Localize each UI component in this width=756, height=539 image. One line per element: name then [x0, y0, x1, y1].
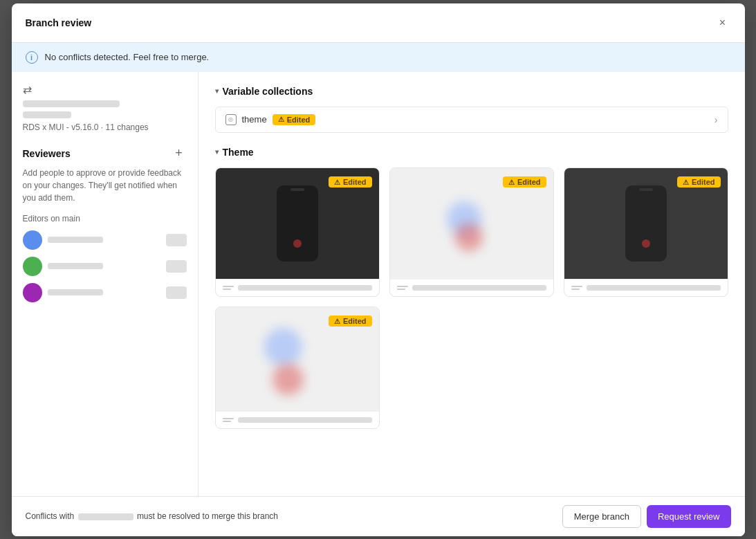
request-review-button[interactable]: Request review: [647, 505, 731, 528]
branch-name-blur: [23, 100, 120, 107]
collection-icon: ◎: [225, 114, 237, 125]
variable-collection-row[interactable]: ◎ theme ⚠ Edited ›: [215, 107, 728, 133]
card-footer: [390, 279, 553, 296]
lines-icon: [397, 286, 408, 290]
warning-icon: ⚠: [334, 318, 340, 325]
phone-mockup-icon: [277, 185, 318, 262]
branch-meta: RDS x MUI - v5.16.0 · 11 changes: [23, 122, 187, 132]
reviewers-header: Reviewers +: [23, 146, 187, 161]
edited-badge-container: ⚠ Edited: [503, 175, 546, 188]
conflicts-suffix: must be resolved to merge this branch: [137, 511, 278, 521]
add-reviewer-button[interactable]: +: [172, 146, 187, 161]
reviewer-name-blur: [48, 289, 103, 295]
avatar: [23, 257, 42, 276]
info-icon: i: [26, 51, 38, 64]
edited-badge: ⚠ Edited: [329, 316, 372, 327]
theme-bottom-row: ⚠ Edited: [215, 307, 728, 429]
card-label-blur: [238, 417, 372, 423]
branch-review-modal: Branch review × i No conflicts detected.…: [12, 3, 745, 536]
theme-title: Theme: [223, 147, 254, 158]
card-image-dark: ⚠ Edited: [216, 168, 379, 279]
branch-arrows-icon: ⇄: [23, 83, 187, 96]
modal-footer: Conflicts with must be resolved to merge…: [12, 496, 745, 536]
no-conflicts-banner: i No conflicts detected. Feel free to me…: [12, 43, 745, 72]
card-label-blur: [412, 285, 546, 291]
theme-cards-grid: ⚠ Edited: [215, 167, 728, 297]
chevron-down-icon: ▾: [215, 148, 219, 156]
reviewers-section: Reviewers + Add people to approve or pro…: [23, 146, 187, 302]
modal-overlay: Branch review × i No conflicts detected.…: [0, 0, 756, 539]
reviewers-description: Add people to approve or provide feedbac…: [23, 167, 187, 204]
main-content: ▾ Variable collections ◎ theme ⚠ Edited …: [199, 72, 745, 496]
variable-collections-title: Variable collections: [223, 86, 313, 97]
reviewer-row: [23, 283, 187, 302]
blob-red: [273, 364, 304, 395]
reviewer-badge-blur: [166, 286, 187, 299]
reviewer-row: [23, 257, 187, 276]
theme-section: ▾ Theme: [215, 147, 728, 429]
edited-badge: ⚠ Edited: [329, 176, 372, 188]
edited-label: Edited: [343, 317, 367, 325]
conflicts-text: Conflicts with must be resolved to merge…: [26, 511, 278, 521]
edited-label: Edited: [692, 178, 715, 186]
reviewer-row: [23, 230, 187, 250]
card-label-blur: [238, 285, 372, 291]
reviewer-badge-blur: [166, 234, 187, 246]
conflict-name-blur: [78, 513, 133, 520]
lines-icon: [571, 286, 582, 290]
phone-red-dot: [642, 239, 650, 248]
theme-card[interactable]: ⚠ Edited: [215, 307, 380, 429]
reviewers-title: Reviewers: [23, 148, 71, 159]
lines-icon: [223, 286, 234, 290]
collection-name: theme: [242, 114, 267, 125]
branch-subname-blur: [23, 111, 71, 118]
edited-badge-container: ⚠ Edited: [329, 314, 372, 327]
theme-card[interactable]: ⚠ Edited: [215, 167, 380, 297]
no-conflicts-text: No conflicts detected. Feel free to merg…: [45, 52, 210, 62]
card-footer: [216, 411, 379, 428]
card-footer: [216, 279, 379, 296]
reviewer-name-blur: [48, 263, 103, 269]
merge-branch-button[interactable]: Merge branch: [562, 505, 641, 528]
card-image-light: ⚠ Edited: [390, 168, 553, 279]
modal-header: Branch review ×: [12, 3, 745, 43]
blob-red: [455, 223, 483, 251]
avatar: [23, 230, 42, 250]
edited-badge: ⚠ Edited: [677, 176, 721, 188]
avatar: [23, 283, 42, 302]
theme-header: ▾ Theme: [215, 147, 728, 158]
edited-badge-container: ⚠ Edited: [677, 175, 721, 188]
conflicts-prefix: Conflicts with: [26, 511, 75, 521]
phone-mockup-icon: [625, 185, 667, 262]
footer-buttons: Merge branch Request review: [562, 505, 731, 528]
chevron-right-icon: ›: [714, 114, 718, 125]
branch-info: ⇄ RDS x MUI - v5.16.0 · 11 changes: [23, 83, 187, 132]
theme-card[interactable]: ⚠ Edited: [389, 167, 554, 297]
warning-icon: ⚠: [278, 116, 284, 123]
phone-red-dot: [293, 239, 302, 248]
warning-icon: ⚠: [683, 179, 689, 186]
editors-label: Editors on main: [23, 214, 187, 223]
edited-label: Edited: [517, 178, 541, 186]
chevron-down-icon: ▾: [215, 87, 219, 95]
warning-icon: ⚠: [508, 179, 515, 186]
modal-title: Branch review: [26, 17, 92, 28]
card-image-light: ⚠ Edited: [216, 307, 379, 411]
close-button[interactable]: ×: [714, 15, 731, 31]
card-footer: [564, 279, 728, 296]
card-label-blur: [587, 285, 721, 291]
card-image-dark2: ⚠ Edited: [564, 168, 728, 279]
theme-card[interactable]: ⚠ Edited: [564, 167, 728, 297]
blob-blue: [264, 328, 302, 366]
warning-icon: ⚠: [334, 179, 340, 186]
edited-badge: ⚠ Edited: [273, 114, 316, 125]
edited-label: Edited: [343, 178, 367, 186]
modal-body: ⇄ RDS x MUI - v5.16.0 · 11 changes Revie…: [12, 72, 745, 496]
variable-collections-header: ▾ Variable collections: [215, 86, 728, 97]
reviewer-name-blur: [48, 237, 103, 243]
reviewer-badge-blur: [166, 260, 187, 273]
sidebar: ⇄ RDS x MUI - v5.16.0 · 11 changes Revie…: [12, 72, 199, 496]
edited-badge: ⚠ Edited: [503, 176, 546, 188]
edited-badge-container: ⚠ Edited: [329, 175, 372, 188]
lines-icon: [223, 418, 234, 422]
